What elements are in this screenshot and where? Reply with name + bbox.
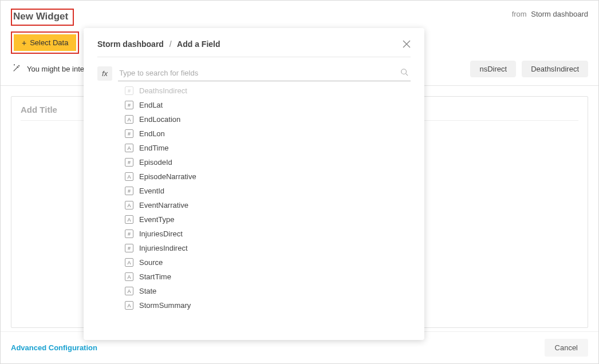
suggestion-chip[interactable]: nsDirect: [470, 61, 516, 77]
numeric-type-icon: #: [125, 101, 133, 109]
numeric-type-icon: #: [125, 129, 133, 138]
numeric-type-icon: #: [125, 244, 133, 252]
text-type-icon: A: [125, 172, 133, 181]
text-type-icon: A: [125, 115, 133, 124]
field-item[interactable]: #DeathsIndirect: [125, 85, 411, 98]
field-name: StartTime: [139, 272, 171, 281]
search-icon: [400, 68, 408, 76]
field-item[interactable]: #EpisodeId: [125, 155, 411, 169]
text-type-icon: A: [125, 287, 133, 295]
field-name: EpisodeNarrative: [139, 172, 196, 181]
field-item[interactable]: #InjuriesIndirect: [125, 241, 411, 255]
field-name: EventId: [139, 187, 164, 195]
field-item[interactable]: #EndLon: [125, 126, 411, 141]
field-name: DeathsIndirect: [139, 86, 187, 95]
numeric-type-icon: #: [125, 86, 133, 95]
cancel-button[interactable]: Cancel: [545, 339, 588, 357]
field-item[interactable]: AState: [125, 284, 411, 298]
field-item[interactable]: AEventNarrative: [125, 198, 411, 212]
numeric-type-icon: #: [125, 187, 133, 195]
text-type-icon: A: [125, 258, 133, 267]
text-type-icon: A: [125, 272, 133, 281]
field-name: Source: [139, 258, 163, 267]
field-item[interactable]: #EndLat: [125, 98, 411, 112]
field-name: State: [139, 287, 156, 295]
numeric-type-icon: #: [125, 158, 133, 167]
svg-point-2: [401, 69, 407, 74]
text-type-icon: A: [125, 201, 133, 209]
field-name: EventType: [139, 215, 174, 224]
breadcrumb: Storm dashboard / Add a Field: [97, 39, 220, 49]
page-title: New Widget: [13, 11, 68, 22]
field-item[interactable]: AEndLocation: [125, 112, 411, 126]
field-item[interactable]: AStormSummary: [125, 298, 411, 312]
dashboard-source-label: from Storm dashboard: [512, 10, 588, 18]
numeric-type-icon: #: [125, 230, 133, 238]
field-search-input[interactable]: [118, 65, 411, 81]
add-field-popover: Storm dashboard / Add a Field fx #Deaths…: [84, 28, 424, 340]
text-type-icon: A: [125, 301, 133, 310]
field-item[interactable]: AStartTime: [125, 270, 411, 284]
field-name: StormSummary: [139, 301, 191, 310]
field-name: EndLat: [139, 101, 163, 109]
close-icon[interactable]: [403, 40, 411, 48]
field-name: InjuriesIndirect: [139, 244, 188, 252]
text-type-icon: A: [125, 144, 133, 152]
breadcrumb-leaf: Add a Field: [177, 39, 220, 49]
field-item[interactable]: #InjuriesDirect: [125, 227, 411, 241]
field-name: EpisodeId: [139, 158, 172, 167]
svg-line-3: [406, 74, 408, 76]
field-item[interactable]: AEndTime: [125, 141, 411, 155]
field-item[interactable]: AEpisodeNarrative: [125, 169, 411, 184]
page-title-highlight: New Widget: [11, 9, 74, 26]
suggest-text: You might be inte: [27, 65, 84, 73]
suggestion-chip[interactable]: DeathsIndirect: [522, 61, 588, 77]
select-data-highlight: + Select Data: [11, 31, 79, 54]
field-item[interactable]: #EventId: [125, 184, 411, 198]
text-type-icon: A: [125, 215, 133, 224]
field-name: EventNarrative: [139, 201, 188, 209]
wand-icon: [12, 64, 21, 74]
field-name: EndLocation: [139, 115, 180, 124]
select-data-button[interactable]: + Select Data: [14, 34, 76, 51]
field-item[interactable]: AEventType: [125, 212, 411, 227]
plus-icon: +: [22, 39, 26, 47]
formula-button[interactable]: fx: [97, 66, 112, 81]
breadcrumb-root[interactable]: Storm dashboard: [97, 39, 164, 49]
field-name: EndTime: [139, 144, 169, 152]
field-name: EndLon: [139, 129, 165, 138]
advanced-configuration-link[interactable]: Advanced Configuration: [11, 343, 97, 352]
field-item[interactable]: ASource: [125, 255, 411, 270]
field-name: InjuriesDirect: [139, 230, 183, 238]
